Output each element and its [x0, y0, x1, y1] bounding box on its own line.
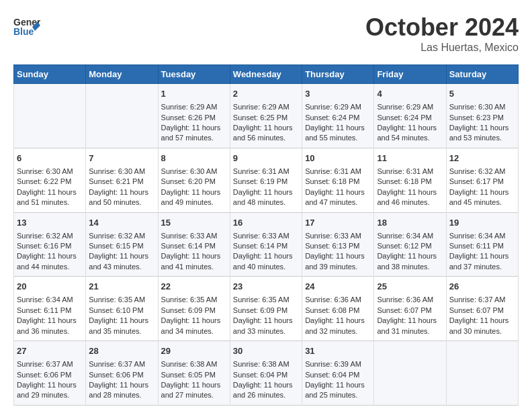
daylight: Daylight: 11 hours and 47 minutes. — [305, 188, 365, 206]
calendar-cell: 9Sunrise: 6:31 AMSunset: 6:19 PMDaylight… — [230, 148, 302, 212]
week-row-0: 1Sunrise: 6:29 AMSunset: 6:26 PMDaylight… — [14, 84, 519, 148]
daylight: Daylight: 11 hours and 55 minutes. — [305, 124, 365, 142]
calendar-cell: 5Sunrise: 6:30 AMSunset: 6:23 PMDaylight… — [446, 84, 518, 148]
day-number: 8 — [161, 152, 227, 165]
sunset: Sunset: 6:19 PM — [233, 177, 287, 185]
day-number: 30 — [233, 345, 299, 357]
day-number: 23 — [233, 281, 299, 293]
day-number: 27 — [17, 345, 83, 357]
day-number: 21 — [89, 281, 154, 293]
calendar-cell: 1Sunrise: 6:29 AMSunset: 6:26 PMDaylight… — [158, 84, 230, 148]
sunset: Sunset: 6:14 PM — [161, 242, 216, 250]
sunset: Sunset: 6:26 PM — [161, 113, 216, 122]
day-number: 11 — [377, 152, 443, 165]
calendar-cell: 25Sunrise: 6:36 AMSunset: 6:07 PMDayligh… — [374, 277, 446, 341]
sunset: Sunset: 6:04 PM — [233, 371, 287, 379]
daylight: Daylight: 11 hours and 53 minutes. — [449, 124, 509, 142]
sunset: Sunset: 6:23 PM — [449, 113, 504, 122]
day-number: 1 — [161, 88, 227, 100]
day-number: 2 — [233, 88, 299, 100]
day-number: 28 — [89, 345, 154, 357]
sunrise: Sunrise: 6:37 AM — [89, 360, 145, 368]
sunrise: Sunrise: 6:30 AM — [89, 167, 145, 175]
calendar-cell: 11Sunrise: 6:31 AMSunset: 6:18 PMDayligh… — [374, 148, 446, 212]
daylight: Daylight: 11 hours and 26 minutes. — [233, 381, 293, 399]
daylight: Daylight: 11 hours and 45 minutes. — [449, 188, 509, 206]
calendar-cell — [14, 84, 86, 148]
col-friday: Friday — [374, 65, 446, 84]
calendar-cell — [374, 341, 446, 406]
day-number: 7 — [89, 152, 154, 165]
sunrise: Sunrise: 6:34 AM — [17, 295, 73, 304]
daylight: Daylight: 11 hours and 25 minutes. — [305, 381, 365, 399]
daylight: Daylight: 11 hours and 44 minutes. — [17, 252, 77, 270]
sunrise: Sunrise: 6:34 AM — [377, 232, 433, 240]
calendar-cell: 27Sunrise: 6:37 AMSunset: 6:06 PMDayligh… — [14, 341, 86, 406]
daylight: Daylight: 11 hours and 50 minutes. — [89, 188, 148, 206]
sunset: Sunset: 6:24 PM — [305, 113, 359, 122]
day-number: 10 — [305, 152, 371, 165]
calendar-cell — [86, 84, 158, 148]
col-sunday: Sunday — [14, 65, 86, 84]
sunset: Sunset: 6:21 PM — [89, 177, 143, 185]
daylight: Daylight: 11 hours and 56 minutes. — [233, 124, 293, 142]
calendar-cell: 23Sunrise: 6:35 AMSunset: 6:09 PMDayligh… — [230, 277, 302, 341]
sunrise: Sunrise: 6:32 AM — [17, 232, 73, 240]
sunset: Sunset: 6:13 PM — [305, 242, 359, 250]
calendar-cell: 8Sunrise: 6:30 AMSunset: 6:20 PMDaylight… — [158, 148, 230, 212]
logo-icon: General Blue — [13, 13, 40, 43]
daylight: Daylight: 11 hours and 43 minutes. — [89, 252, 148, 270]
sunrise: Sunrise: 6:29 AM — [377, 103, 433, 111]
day-number: 22 — [161, 281, 227, 293]
calendar-cell: 16Sunrise: 6:33 AMSunset: 6:14 PMDayligh… — [230, 212, 302, 277]
sunset: Sunset: 6:06 PM — [89, 371, 143, 379]
calendar-cell: 4Sunrise: 6:29 AMSunset: 6:24 PMDaylight… — [374, 84, 446, 148]
daylight: Daylight: 11 hours and 34 minutes. — [161, 316, 221, 334]
sunrise: Sunrise: 6:31 AM — [305, 167, 361, 175]
sunrise: Sunrise: 6:31 AM — [377, 167, 433, 175]
day-number: 19 — [449, 217, 515, 229]
sunset: Sunset: 6:22 PM — [17, 177, 71, 185]
week-row-2: 13Sunrise: 6:32 AMSunset: 6:16 PMDayligh… — [14, 212, 519, 277]
daylight: Daylight: 11 hours and 51 minutes. — [17, 188, 77, 206]
calendar-cell: 3Sunrise: 6:29 AMSunset: 6:24 PMDaylight… — [302, 84, 374, 148]
day-number: 4 — [377, 88, 443, 100]
day-number: 20 — [17, 281, 83, 293]
daylight: Daylight: 11 hours and 33 minutes. — [233, 316, 293, 334]
location-title: Las Huertas, Mexico — [365, 42, 519, 54]
logo: General Blue — [13, 13, 40, 43]
sunrise: Sunrise: 6:35 AM — [161, 295, 218, 304]
day-number: 15 — [161, 217, 227, 229]
daylight: Daylight: 11 hours and 48 minutes. — [233, 188, 293, 206]
sunrise: Sunrise: 6:30 AM — [17, 167, 73, 175]
sunrise: Sunrise: 6:35 AM — [89, 295, 145, 304]
sunrise: Sunrise: 6:36 AM — [377, 295, 433, 304]
sunset: Sunset: 6:11 PM — [449, 242, 504, 250]
col-monday: Monday — [86, 65, 158, 84]
sunrise: Sunrise: 6:38 AM — [161, 360, 218, 368]
sunset: Sunset: 6:10 PM — [89, 306, 143, 314]
daylight: Daylight: 11 hours and 40 minutes. — [233, 252, 293, 270]
daylight: Daylight: 11 hours and 32 minutes. — [305, 316, 365, 334]
calendar-cell: 10Sunrise: 6:31 AMSunset: 6:18 PMDayligh… — [302, 148, 374, 212]
sunrise: Sunrise: 6:39 AM — [305, 360, 361, 368]
day-number: 26 — [449, 281, 515, 293]
daylight: Daylight: 11 hours and 46 minutes. — [377, 188, 437, 206]
calendar-cell: 28Sunrise: 6:37 AMSunset: 6:06 PMDayligh… — [86, 341, 158, 406]
calendar-cell: 24Sunrise: 6:36 AMSunset: 6:08 PMDayligh… — [302, 277, 374, 341]
month-title: October 2024 — [365, 13, 519, 42]
sunrise: Sunrise: 6:31 AM — [233, 167, 290, 175]
day-number: 29 — [161, 345, 227, 357]
sunrise: Sunrise: 6:33 AM — [161, 232, 218, 240]
calendar-table: Sunday Monday Tuesday Wednesday Thursday… — [13, 64, 519, 406]
calendar-cell: 22Sunrise: 6:35 AMSunset: 6:09 PMDayligh… — [158, 277, 230, 341]
daylight: Daylight: 11 hours and 31 minutes. — [377, 316, 437, 334]
week-row-4: 27Sunrise: 6:37 AMSunset: 6:06 PMDayligh… — [14, 341, 519, 406]
sunrise: Sunrise: 6:37 AM — [17, 360, 73, 368]
sunrise: Sunrise: 6:32 AM — [89, 232, 145, 240]
daylight: Daylight: 11 hours and 39 minutes. — [305, 252, 365, 270]
sunrise: Sunrise: 6:37 AM — [449, 295, 506, 304]
daylight: Daylight: 11 hours and 29 minutes. — [17, 381, 77, 399]
sunrise: Sunrise: 6:34 AM — [449, 232, 506, 240]
sunset: Sunset: 6:11 PM — [17, 306, 71, 314]
